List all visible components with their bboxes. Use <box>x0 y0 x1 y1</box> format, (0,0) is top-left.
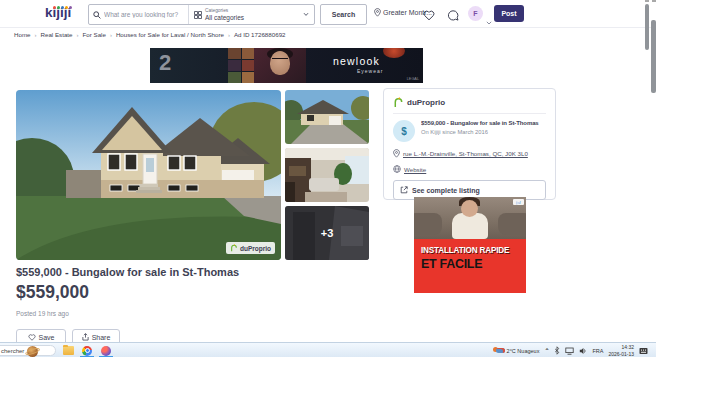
location-pin-icon <box>374 8 381 17</box>
logo-dot <box>65 6 68 9</box>
search-field-wrap <box>89 5 188 24</box>
sidebar-ad[interactable]: ▷ⅈ INSTALLATION RAPIDE ET FACILE <box>414 197 526 293</box>
post-button-label: Post <box>501 10 516 17</box>
address-link[interactable]: rue L.-M.-Drainville, St-Thomas, QC, J0K… <box>403 150 528 157</box>
breadcrumb-ad-id: Ad ID 1726880692 <box>234 31 286 38</box>
bluetooth-icon[interactable] <box>554 346 560 355</box>
search-bar: Categories All categories <box>88 4 315 25</box>
grid-icon <box>194 11 202 19</box>
gallery-thumbnail-3[interactable]: +3 <box>285 206 369 260</box>
duproprio-logo-icon <box>393 97 404 108</box>
browser-viewport: kijiji Categories All categories <box>0 0 656 357</box>
system-tray: 2°C Nuageux ⌃ FRA 14:32 2026-01-13 <box>493 343 648 357</box>
touch-keyboard-icon[interactable] <box>639 347 648 355</box>
couch-left <box>414 213 442 235</box>
logo-dot <box>57 6 60 9</box>
banner-brand-text: newlook <box>333 55 380 67</box>
duproprio-brand-text: duProprio <box>407 98 445 107</box>
seller-listing-title: $559,000 - Bungalow for sale in St-Thoma… <box>421 120 539 126</box>
taskbar-search-text: chercher <box>1 348 24 354</box>
kijiji-logo[interactable]: kijiji <box>45 5 71 20</box>
dollar-badge: $ <box>393 120 415 142</box>
seller-texts: $559,000 - Bungalow for sale in St-Thoma… <box>421 120 539 135</box>
watermark-text: duProprio <box>240 245 271 252</box>
banner-model-photo <box>254 48 306 83</box>
save-label: Save <box>39 334 55 341</box>
search-button[interactable]: Search <box>320 4 367 25</box>
chrome-icon[interactable] <box>82 346 92 356</box>
tray-expand-icon[interactable]: ⌃ <box>544 347 549 354</box>
account-chevron-icon[interactable] <box>486 11 492 29</box>
avatar-initial: F <box>473 10 477 17</box>
banner-brand-sub: Eyewear <box>357 68 383 74</box>
website-row: Website <box>393 165 546 173</box>
ad-person-face <box>461 200 478 217</box>
duproprio-watermark: duProprio <box>226 242 275 254</box>
chrome-hub <box>85 348 90 353</box>
logo-dot <box>53 6 56 9</box>
listing-price: $559,000 <box>16 282 89 303</box>
network-icon[interactable] <box>565 347 574 355</box>
breadcrumb-for-sale[interactable]: For Sale <box>83 31 106 38</box>
breadcrumb-separator: › <box>228 32 230 38</box>
gallery-thumbnail-2[interactable] <box>285 148 369 202</box>
banner-photo-mosaic <box>228 48 254 83</box>
listing-posted-time: Posted 19 hrs ago <box>16 310 69 317</box>
taskbar-clock[interactable]: 14:32 2026-01-13 <box>608 344 634 357</box>
more-photos-count: +3 <box>321 227 334 239</box>
chevron-down-icon <box>303 12 309 17</box>
breadcrumb-real-estate[interactable]: Real Estate <box>41 31 73 38</box>
language-indicator[interactable]: FRA <box>592 348 603 354</box>
main-listing-photo[interactable]: duProprio <box>16 90 281 260</box>
search-button-label: Search <box>332 11 355 18</box>
ad-headline-2: ET FACILE <box>421 257 526 271</box>
external-link-icon <box>400 186 408 194</box>
volume-icon[interactable] <box>579 347 587 355</box>
search-input[interactable] <box>104 11 182 18</box>
breadcrumb-category[interactable]: Houses for Sale for Laval / North Shore <box>116 31 224 38</box>
dollar-symbol: $ <box>401 126 407 137</box>
screenshot-canvas: kijiji Categories All categories <box>0 0 720 405</box>
listing-title: $559,000 - Bungalow for sale in St-Thoma… <box>16 266 239 278</box>
share-label: Share <box>92 334 111 341</box>
seller-profile-row: $ $559,000 - Bungalow for sale in St-Tho… <box>393 120 546 142</box>
search-highlight-planet-icon[interactable] <box>27 346 38 357</box>
outer-scrollbar-thumb[interactable] <box>651 20 656 93</box>
taskbar-search-box[interactable]: chercher <box>0 345 56 356</box>
messages-icon[interactable] <box>447 7 459 25</box>
active-app-underline <box>99 356 113 357</box>
banner-lamp <box>383 48 405 58</box>
seller-card: duProprio $ $559,000 - Bungalow for sale… <box>383 88 556 200</box>
weather-widget[interactable]: 2°C Nuageux <box>493 348 540 354</box>
browser-app-icon[interactable] <box>101 346 111 356</box>
categories-value: All categories <box>205 14 244 21</box>
ad-text-block: INSTALLATION RAPIDE ET FACILE <box>414 239 526 293</box>
file-explorer-icon[interactable] <box>63 346 74 355</box>
breadcrumb-home[interactable]: Home <box>14 31 31 38</box>
adchoices-icon[interactable]: ▷ⅈ <box>513 199 524 205</box>
house-photo-illustration <box>16 90 281 260</box>
categories-text: Categories All categories <box>205 8 244 21</box>
post-ad-button[interactable]: Post <box>494 5 524 22</box>
more-photos-overlay: +3 <box>285 206 369 260</box>
scrollbar-arrow <box>645 0 649 2</box>
categories-dropdown[interactable]: Categories All categories <box>188 5 314 24</box>
card-divider <box>393 113 546 114</box>
website-link[interactable]: Website <box>404 166 426 173</box>
breadcrumb-separator: › <box>35 32 37 38</box>
scrollbar-arrow <box>652 0 656 2</box>
planet-ring <box>25 347 41 356</box>
logo-dot <box>61 6 64 9</box>
favorites-heart-icon[interactable] <box>423 7 435 25</box>
breadcrumb-separator: › <box>77 32 79 38</box>
weather-cloud-icon <box>496 348 505 353</box>
model-face <box>270 51 290 75</box>
inner-scrollbar-thumb[interactable] <box>645 4 649 50</box>
heart-icon <box>28 334 36 341</box>
search-icon <box>93 11 101 19</box>
windows-taskbar: chercher 2°C Nuageux ⌃ <box>0 342 656 357</box>
address-row: rue L.-M.-Drainville, St-Thomas, QC, J0K… <box>393 149 546 158</box>
gallery-thumbnail-1[interactable] <box>285 90 369 144</box>
user-avatar[interactable]: F <box>468 6 483 21</box>
top-banner-ad[interactable]: 2 newlook Eyewear LEGAL <box>150 48 423 83</box>
